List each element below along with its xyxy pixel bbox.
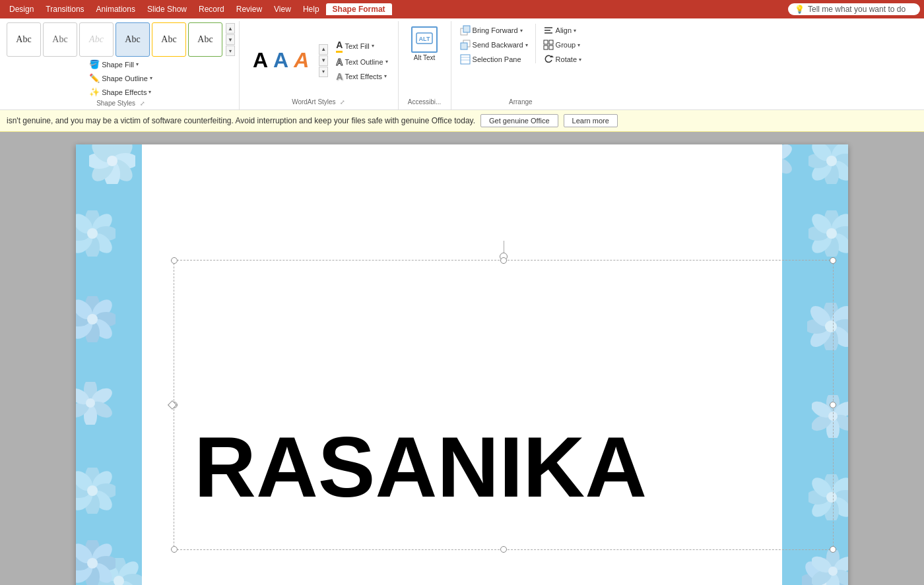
selection-pane-btn[interactable]: Selection Pane <box>457 53 531 66</box>
menu-item-design[interactable]: Design <box>4 3 39 15</box>
flower-left-1 <box>76 210 116 259</box>
shape-effects-icon: ✨ <box>89 87 100 97</box>
svg-text:ALT: ALT <box>419 36 430 42</box>
menu-item-animations[interactable]: Animations <box>91 3 141 15</box>
menu-item-slideshow[interactable]: Slide Show <box>142 3 192 15</box>
menu-item-help[interactable]: Help <box>298 3 325 15</box>
flower-right-1 <box>808 210 848 259</box>
handle-top-right[interactable] <box>830 257 836 264</box>
get-genuine-office-btn[interactable]: Get genuine Office <box>480 114 558 127</box>
shape-style-btn-5[interactable]: Abc <box>152 22 186 57</box>
ribbon-group-wordart: A A A ▲ ▼ ▾ A Text Fill ▾ A Text Outline… <box>240 21 399 109</box>
svg-rect-13 <box>549 40 553 44</box>
wordart-expand-icon[interactable]: ⤢ <box>340 99 345 106</box>
shape-style-btn-6[interactable]: Abc <box>188 22 222 57</box>
flower-left-5 <box>76 540 116 586</box>
wordart-scroll-up[interactable]: ▲ <box>319 44 328 55</box>
shape-style-btn-4[interactable]: Abc <box>116 22 150 57</box>
arrange-col1: Bring Forward ▾ Send Backward ▾ <box>457 24 531 97</box>
arrange-divider <box>535 24 536 63</box>
svg-point-200 <box>87 228 98 239</box>
flower-svg-1 <box>89 144 135 184</box>
slide-area: RASANIKA <box>0 132 924 585</box>
bring-forward-arrow: ▾ <box>520 28 523 34</box>
menu-item-shape-format[interactable]: Shape Format <box>326 3 392 15</box>
rotate-btn[interactable]: Rotate ▾ <box>540 53 585 66</box>
shape-fill-group: 🪣 Shape Fill ▾ ✏️ Shape Outline ▾ ✨ Shap… <box>86 58 156 98</box>
wordart-scroll: ▲ ▼ ▾ <box>319 44 328 77</box>
svg-point-225 <box>87 485 98 496</box>
text-fill-icon: A <box>336 40 343 53</box>
send-backward-btn[interactable]: Send Backward ▾ <box>457 38 531 51</box>
notification-bar: isn't genuine, and you may be a victim o… <box>0 110 924 132</box>
align-arrow: ▾ <box>574 28 576 34</box>
send-backward-arrow: ▾ <box>525 42 528 48</box>
menu-item-review[interactable]: Review <box>231 3 267 15</box>
svg-point-107 <box>826 156 837 166</box>
shape-style-btn-2[interactable]: Abc <box>43 22 77 57</box>
learn-more-btn[interactable]: Learn more <box>564 114 618 127</box>
alt-text-label: Alt Text <box>414 54 436 61</box>
ribbon-group-accessibility: ALT Alt Text Accessibi... <box>399 21 451 109</box>
alt-text-icon: ALT <box>415 30 434 49</box>
shape-outline-icon: ✏️ <box>89 73 100 83</box>
alt-text-container: ALT Alt Text <box>411 26 438 61</box>
scroll-expand-btn[interactable]: ▾ <box>226 46 235 56</box>
wordart-a-black: A <box>253 48 268 73</box>
accessibility-label: Accessibi... <box>408 97 442 107</box>
svg-rect-5 <box>461 43 467 49</box>
handle-bottom-center[interactable] <box>500 546 507 553</box>
svg-point-209 <box>87 314 98 324</box>
shape-fill-btn[interactable]: 🪣 Shape Fill ▾ <box>86 58 156 71</box>
text-effects-icon: A <box>336 71 343 82</box>
shape-fill-arrow: ▾ <box>136 61 139 67</box>
shape-styles-row: Abc Abc Abc Abc Abc Abc ▲ ▼ ▾ <box>7 22 235 57</box>
handle-top-center[interactable] <box>500 257 507 264</box>
slide-canvas: RASANIKA <box>76 144 848 586</box>
notification-text: isn't genuine, and you may be a victim o… <box>7 116 475 125</box>
shape-outline-btn[interactable]: ✏️ Shape Outline ▾ <box>86 72 156 84</box>
align-btn[interactable]: Align ▾ <box>540 24 585 37</box>
wordart-scroll-expand[interactable]: ▾ <box>319 67 328 77</box>
wordart-scroll-down[interactable]: ▼ <box>319 55 328 66</box>
handle-bottom-left[interactable] <box>171 546 178 553</box>
text-outline-btn[interactable]: A Text Outline ▾ <box>333 55 391 69</box>
menu-item-view[interactable]: View <box>269 3 296 15</box>
shape-effects-btn[interactable]: ✨ Shape Effects ▾ <box>86 86 156 98</box>
bring-forward-icon <box>460 25 471 36</box>
lightbulb-icon: 💡 <box>795 5 805 14</box>
bring-forward-btn[interactable]: Bring Forward ▾ <box>457 24 531 37</box>
shape-effects-arrow: ▾ <box>148 89 151 95</box>
text-fill-btn[interactable]: A Text Fill ▾ <box>333 38 391 54</box>
flower-left-2 <box>76 296 116 344</box>
flower-right-5 <box>812 550 848 586</box>
shape-styles-label: Shape Styles ⤢ <box>96 98 145 108</box>
shape-style-btn-1[interactable]: Abc <box>7 22 41 57</box>
shape-styles-expand-icon[interactable]: ⤢ <box>140 100 145 107</box>
svg-point-275 <box>828 567 838 576</box>
text-effects-btn[interactable]: A Text Effects ▾ <box>333 70 391 83</box>
handle-top-left[interactable] <box>171 257 178 264</box>
wordart-letters: A A A <box>246 47 315 74</box>
menu-item-record[interactable]: Record <box>193 3 230 15</box>
shape-style-btn-3[interactable]: Abc <box>79 22 114 57</box>
scroll-down-btn[interactable]: ▼ <box>226 34 235 45</box>
shape-style-scroll: ▲ ▼ ▾ <box>226 23 235 56</box>
handle-bottom-right[interactable] <box>830 546 836 553</box>
handle-middle-right[interactable] <box>830 402 836 408</box>
text-outline-icon: A <box>336 57 343 67</box>
text-outline-arrow: ▾ <box>385 59 388 65</box>
search-bar[interactable]: 💡 Tell me what you want to do <box>788 3 920 15</box>
ribbon-group-arrange: Bring Forward ▾ Send Backward ▾ <box>451 21 590 109</box>
group-btn[interactable]: Group ▾ <box>540 38 585 51</box>
alt-text-btn[interactable]: ALT <box>411 26 438 53</box>
slide-main-text: RASANIKA <box>174 424 833 510</box>
wordart-a-orange: A <box>294 48 309 73</box>
menubar: Design Transitions Animations Slide Show… <box>0 0 924 18</box>
svg-rect-6 <box>461 55 470 64</box>
scroll-up-btn[interactable]: ▲ <box>226 23 235 34</box>
group-icon <box>543 40 554 50</box>
menu-item-transitions[interactable]: Transitions <box>40 3 89 15</box>
text-selection-box[interactable]: RASANIKA <box>174 260 834 550</box>
arrange-label: Arrange <box>509 97 533 107</box>
